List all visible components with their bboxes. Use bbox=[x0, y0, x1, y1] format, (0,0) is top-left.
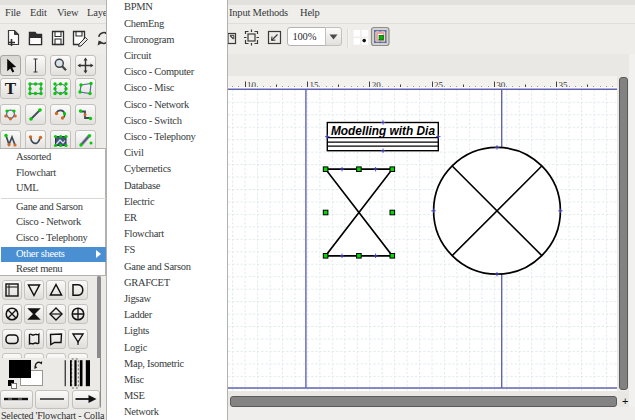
svg-text:T: T bbox=[5, 79, 17, 98]
svg-text:Modelling with Dia: Modelling with Dia bbox=[331, 123, 435, 138]
